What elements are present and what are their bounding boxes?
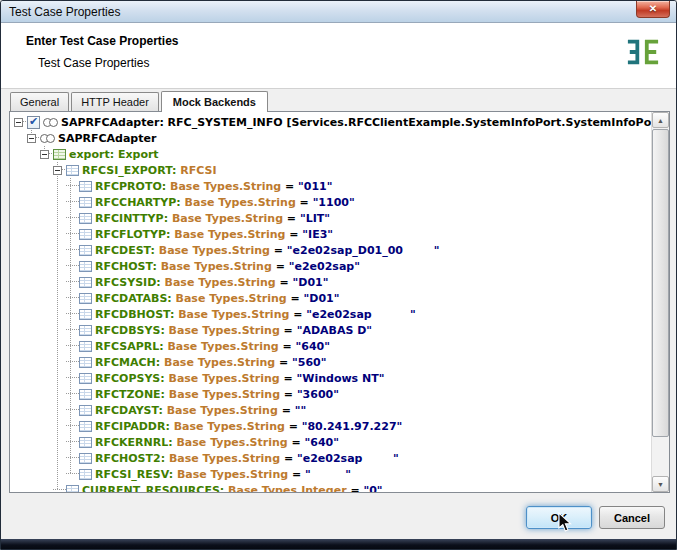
tree-row[interactable]: RFCHOST2: Base Types.String = "e2e02sap … [10, 450, 651, 466]
tree-text: = [272, 260, 289, 273]
grid-icon [79, 293, 92, 304]
tree-row[interactable]: RFCSI_EXPORT: RFCSI [10, 162, 651, 178]
tree-text: "D01" [293, 276, 329, 289]
tree-row[interactable]: RFCSYSID: Base Types.String = "D01" [10, 274, 651, 290]
tree-text: RFCDBHOST: [95, 308, 174, 321]
tree-text: Base Types.String [165, 388, 280, 401]
tree-text: "560" [292, 356, 326, 369]
tree-row[interactable]: RFCIPADDR: Base Types.String = "80.241.9… [10, 418, 651, 434]
tree-row[interactable]: RFCOPSYS: Base Types.String = "Windows N… [10, 370, 651, 386]
cancel-button[interactable]: Cancel [599, 506, 665, 529]
close-icon: ✕ [649, 4, 657, 14]
tree-text: CURRENT_RESOURCES: [82, 484, 224, 493]
tree-row[interactable]: RFCFLOTYP: Base Types.String = "IE3" [10, 226, 651, 242]
tree-connector [66, 178, 79, 194]
scroll-up-icon: ▲ [657, 117, 664, 124]
tree-text: RFCTZONE: [95, 388, 165, 401]
tree-text: RFCIPADDR: [95, 420, 170, 433]
tree-guide [70, 178, 71, 474]
tree-connector [66, 434, 79, 450]
tree-connector [66, 338, 79, 354]
tree-text: "" [295, 404, 306, 417]
tree-row[interactable]: RFCDAYST: Base Types.String = "" [10, 402, 651, 418]
grid-icon [79, 373, 92, 384]
tree-text: RFCPROTO: [95, 180, 166, 193]
tree-text: Base Types.String [173, 436, 288, 449]
tree-text: Base Types.String [157, 260, 272, 273]
tree-row[interactable]: RFCCHARTYP: Base Types.String = "1100" [10, 194, 651, 210]
header-title: Enter Test Case Properties [26, 34, 179, 48]
tree-text: RFCINTTYP: [95, 212, 168, 225]
tree-view: ✔SAPRFCAdapter: RFC_SYSTEM_INFO [Service… [10, 112, 651, 492]
tree-row[interactable]: ✔SAPRFCAdapter: RFC_SYSTEM_INFO [Service… [10, 114, 651, 130]
tree-text: = [281, 180, 298, 193]
tree-expander-icon[interactable] [14, 118, 23, 127]
tree-text: "640" [296, 340, 330, 353]
tree-row[interactable]: RFCDATABS: Base Types.String = "D01" [10, 290, 651, 306]
tree-row[interactable]: CURRENT_RESOURCES: Base Types.Integer = … [10, 482, 651, 492]
titlebar[interactable]: Test Case Properties [1, 1, 676, 23]
tree-connector [66, 258, 79, 274]
tree-scrollbar[interactable]: ▲ ▼ [651, 112, 669, 492]
tree-text: Base Types.String [163, 404, 278, 417]
tree-row[interactable]: export: Export [10, 146, 651, 162]
tree-text: "0" [363, 484, 382, 493]
tree-text: Base Types.String [168, 212, 283, 225]
tree-expander-icon[interactable] [40, 150, 49, 159]
tree-text: = [283, 212, 300, 225]
tree-text: = [285, 228, 302, 241]
node-checkbox[interactable]: ✔ [27, 116, 40, 129]
tree-row[interactable]: RFCMACH: Base Types.String = "560" [10, 354, 651, 370]
scroll-up-button[interactable]: ▲ [652, 112, 669, 128]
tree-text: = [296, 196, 313, 209]
tree-row[interactable]: RFCDEST: Base Types.String = "e2e02sap_D… [10, 242, 651, 258]
tab-http-header[interactable]: HTTP Header [71, 92, 159, 111]
checkmark-icon: ✔ [29, 116, 38, 127]
tree-row[interactable]: RFCPROTO: Base Types.String = "011" [10, 178, 651, 194]
tree-text: RFCMACH: [95, 356, 160, 369]
tree-text: "LIT" [300, 212, 330, 225]
tree-text: "IE3" [302, 228, 333, 241]
tree-connector [53, 482, 66, 492]
tree-row[interactable]: RFCSAPRL: Base Types.String = "640" [10, 338, 651, 354]
tree-text: RFCSYSID: [95, 276, 161, 289]
tree-row[interactable]: RFCSI_RESV: Base Types.String = " " [10, 466, 651, 482]
scroll-down-icon: ▼ [657, 481, 664, 488]
tree-row[interactable]: RFCKERNRL: Base Types.String = "640" [10, 434, 651, 450]
tree-text: " " [305, 468, 351, 481]
tree-row[interactable]: RFCDBSYS: Base Types.String = "ADABAS D" [10, 322, 651, 338]
tree-row[interactable]: SAPRFCAdapter [10, 130, 651, 146]
tree-text: = [347, 484, 364, 493]
tree-text: = [287, 292, 304, 305]
tree-text: "3600" [297, 388, 339, 401]
tree-connector [66, 290, 79, 306]
tree-text: Base Types.String [181, 196, 296, 209]
tree-row[interactable]: RFCTZONE: Base Types.String = "3600" [10, 386, 651, 402]
tree-text: Base Types.String [173, 468, 288, 481]
grid-icon [79, 229, 92, 240]
close-button[interactable]: ✕ [636, 1, 670, 18]
tree-connector [66, 386, 79, 402]
grid-icon [79, 261, 92, 272]
tree-text: = [288, 436, 305, 449]
tree-expander-icon[interactable] [53, 166, 62, 175]
tree-text: RFCSI_RESV: [95, 468, 173, 481]
tree-text: = [289, 308, 306, 321]
tree-row[interactable]: RFCHOST: Base Types.String = "e2e02sap" [10, 258, 651, 274]
tree-expander-icon[interactable] [27, 134, 36, 143]
grid-icon [79, 405, 92, 416]
tree-connector [66, 466, 79, 482]
tree-row[interactable]: RFCINTTYP: Base Types.String = "LIT" [10, 210, 651, 226]
scroll-down-button[interactable]: ▼ [652, 476, 669, 492]
tab-general[interactable]: General [10, 92, 69, 111]
grid-icon [79, 197, 92, 208]
grid-icon [79, 341, 92, 352]
scrollbar-thumb[interactable] [652, 129, 669, 437]
tree-connector [66, 194, 79, 210]
tree-text: "1100" [313, 196, 355, 209]
tree-connector [66, 210, 79, 226]
tree-row[interactable]: RFCDBHOST: Base Types.String = "e2e02sap… [10, 306, 651, 322]
tree-text: Base Types.String [161, 276, 276, 289]
button-bar: OK Cancel [526, 506, 665, 529]
tab-mock-backends[interactable]: Mock Backends [161, 91, 268, 112]
